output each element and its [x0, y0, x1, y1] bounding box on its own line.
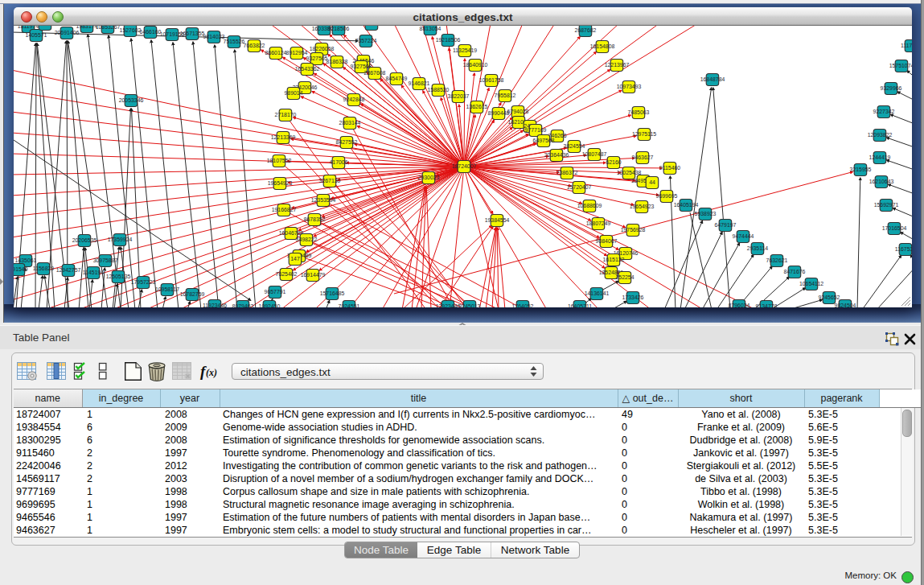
svg-text:1145194: 1145194 [83, 270, 104, 275]
svg-text:12942757: 12942757 [56, 267, 81, 273]
svg-text:7632621: 7632621 [766, 257, 788, 263]
svg-text:2867608: 2867608 [364, 70, 386, 76]
svg-text:20053346: 20053346 [119, 97, 144, 103]
svg-text:1435061: 1435061 [15, 257, 37, 263]
svg-text:3498222: 3498222 [296, 237, 318, 242]
svg-text:12505135: 12505135 [106, 274, 131, 279]
svg-text:20691406: 20691406 [55, 30, 80, 35]
svg-text:44: 44 [649, 179, 655, 185]
svg-text:19654923: 19654923 [268, 180, 293, 186]
svg-text:2687682: 2687682 [575, 27, 597, 33]
svg-text:17359924: 17359924 [108, 237, 133, 242]
svg-text:9474444: 9474444 [733, 233, 754, 239]
svg-text:19218506: 19218506 [436, 37, 461, 43]
svg-text:7625402: 7625402 [276, 271, 298, 277]
svg-text:1588520: 1588520 [428, 87, 450, 93]
svg-text:2935114: 2935114 [747, 245, 768, 251]
svg-text:7357224: 7357224 [355, 38, 377, 43]
svg-text:989014: 989014 [285, 90, 303, 96]
svg-text:9824504: 9824504 [835, 303, 856, 307]
svg-text:12213967: 12213967 [605, 62, 630, 68]
svg-text:1167533: 1167533 [895, 246, 912, 252]
svg-text:6497568: 6497568 [533, 138, 555, 143]
svg-text:10807487: 10807487 [582, 151, 607, 157]
svg-text:2803144: 2803144 [339, 120, 361, 126]
svg-text:16405194: 16405194 [674, 202, 699, 208]
svg-text:15720407: 15720407 [567, 184, 592, 190]
svg-text:7024551: 7024551 [339, 303, 360, 307]
svg-text:10025438: 10025438 [617, 170, 642, 175]
svg-text:3824554: 3824554 [564, 143, 585, 149]
svg-text:9227342: 9227342 [873, 109, 895, 114]
svg-text:16210643: 16210643 [869, 179, 894, 184]
svg-text:16848784: 16848784 [700, 76, 725, 82]
svg-text:17957223: 17957223 [131, 279, 156, 285]
svg-text:17016504: 17016504 [882, 225, 907, 231]
svg-text:9777169: 9777169 [525, 127, 547, 133]
svg-text:7663822: 7663822 [244, 43, 265, 48]
svg-text:8107491: 8107491 [361, 26, 383, 27]
svg-text:8186328: 8186328 [326, 59, 348, 64]
svg-text:3822037: 3822037 [448, 93, 470, 99]
svg-text:8454749: 8454749 [386, 76, 408, 81]
svg-text:1405571: 1405571 [26, 32, 47, 38]
svg-text:15716485: 15716485 [320, 290, 345, 296]
svg-text:7955812: 7955812 [495, 93, 516, 98]
svg-text:9134778: 9134778 [756, 303, 778, 307]
svg-text:8678352: 8678352 [304, 216, 326, 222]
svg-text:10853267: 10853267 [96, 26, 121, 30]
svg-text:30975887: 30975887 [93, 257, 118, 263]
svg-text:7515526: 7515526 [224, 39, 245, 44]
svg-text:9463627: 9463627 [632, 154, 654, 160]
svg-text:3267130: 3267130 [319, 178, 341, 183]
svg-text:9245652: 9245652 [819, 295, 840, 300]
svg-text:1362615: 1362615 [466, 104, 488, 109]
svg-text:16914479: 16914479 [301, 272, 326, 278]
svg-text:8813054: 8813054 [420, 26, 441, 31]
svg-text:10961758: 10961758 [479, 77, 504, 83]
svg-text:2930023: 2930023 [418, 175, 440, 180]
svg-text:15692971: 15692971 [874, 202, 899, 208]
svg-text:6466160: 6466160 [140, 29, 162, 35]
svg-text:147: 147 [290, 256, 300, 262]
svg-text:18640910: 18640910 [463, 62, 488, 68]
svg-text:18107552: 18107552 [267, 158, 292, 163]
svg-text:9146821: 9146821 [409, 80, 430, 86]
svg-text:6794028: 6794028 [507, 109, 529, 114]
svg-text:8912954: 8912954 [286, 50, 308, 56]
svg-text:1117382: 1117382 [901, 43, 912, 48]
svg-text:10688609: 10688609 [577, 203, 602, 208]
svg-text:19756928: 19756928 [621, 227, 646, 233]
svg-text:9218506: 9218506 [328, 26, 350, 31]
svg-text:3215955: 3215955 [850, 167, 872, 172]
svg-text:6479197: 6479197 [715, 222, 737, 228]
svg-text:391549: 391549 [14, 266, 28, 272]
svg-text:9115460: 9115460 [659, 165, 680, 171]
svg-text:12975115: 12975115 [632, 131, 656, 137]
svg-text:9084067: 9084067 [596, 238, 618, 244]
svg-text:417006: 417006 [330, 159, 348, 165]
svg-text:9242848: 9242848 [343, 97, 365, 102]
svg-text:7386372: 7386372 [556, 170, 578, 175]
svg-text:16671355: 16671355 [180, 31, 205, 36]
svg-text:9814023: 9814023 [203, 34, 225, 39]
svg-text:12093822: 12093822 [868, 132, 893, 138]
svg-text:11325419: 11325419 [453, 47, 477, 53]
svg-text:12923446: 12923446 [436, 303, 461, 307]
svg-text:8660124: 8660124 [265, 50, 287, 56]
svg-text:62160: 62160 [606, 159, 621, 165]
svg-text:9329966: 9329966 [881, 85, 902, 91]
svg-text:16782759: 16782759 [180, 291, 205, 297]
svg-text:9657791: 9657791 [265, 289, 286, 295]
svg-text:1764052: 1764052 [512, 303, 534, 307]
svg-text:1092450: 1092450 [259, 303, 281, 307]
svg-text:8796034: 8796034 [729, 303, 750, 307]
svg-text:1244419: 1244419 [869, 154, 891, 160]
svg-text:8471676: 8471676 [784, 269, 806, 274]
svg-text:11923446: 11923446 [203, 303, 227, 307]
svg-text:9245013: 9245013 [459, 303, 481, 307]
svg-text:19384554: 19384554 [485, 217, 510, 223]
svg-text:1983174: 1983174 [76, 26, 98, 29]
svg-text:5938923: 5938923 [695, 211, 717, 216]
svg-text:9327505: 9327505 [306, 56, 328, 61]
